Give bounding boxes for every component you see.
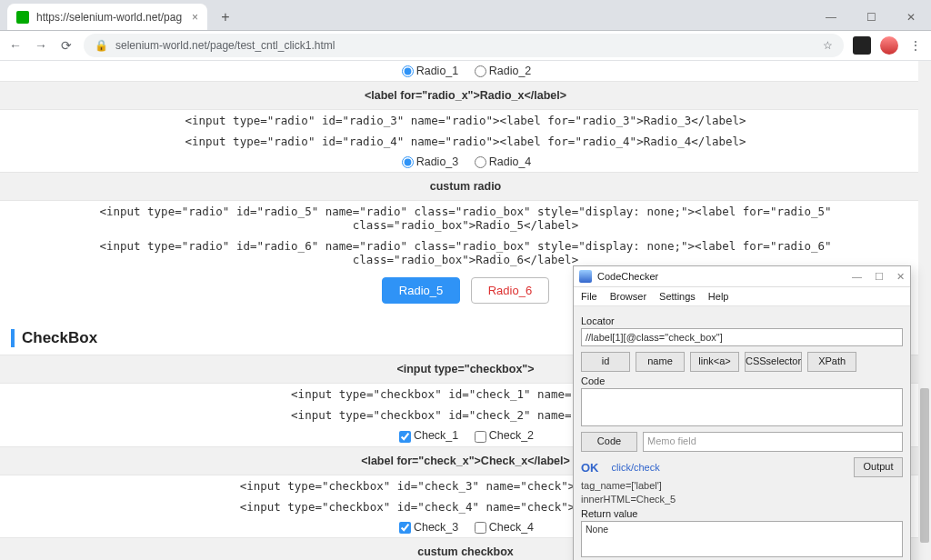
- popup-menubar: File Browser Settings Help: [574, 287, 910, 306]
- radio-1-label: Radio_1: [416, 65, 459, 77]
- accent-bar-icon: [11, 329, 15, 347]
- popup-close-icon[interactable]: ✕: [896, 271, 905, 283]
- btn-name[interactable]: name: [636, 352, 685, 372]
- window-minimize-icon[interactable]: —: [811, 5, 851, 30]
- memo-field[interactable]: Memo field: [643, 432, 903, 452]
- code-radio-3: <input type="radio" id="radio_3" name="r…: [0, 110, 931, 131]
- app-icon: [579, 270, 592, 283]
- check-2-label: Check_2: [489, 429, 534, 442]
- menu-browser[interactable]: Browser: [610, 291, 646, 302]
- code-radio-4: <input type="radio" id="radio_4" name="r…: [0, 131, 931, 152]
- section-title-text: CheckBox: [22, 329, 97, 347]
- popup-titlebar[interactable]: CodeChecker — ☐ ✕: [574, 266, 910, 287]
- section-custom-radio: custum radio: [0, 172, 931, 201]
- btn-code[interactable]: Code: [581, 432, 637, 452]
- reload-icon[interactable]: ⟳: [58, 38, 75, 53]
- code-radio-5: <input type="radio" id="radio_5" name="r…: [0, 201, 931, 235]
- favicon-icon: [16, 11, 29, 24]
- label-locator: Locator: [581, 315, 903, 326]
- check-3[interactable]: [399, 522, 411, 534]
- browser-tab-strip: https://selenium-world.net/pag × + — ☐ ✕: [0, 0, 931, 31]
- check-2[interactable]: [475, 431, 486, 443]
- menu-settings[interactable]: Settings: [659, 291, 696, 302]
- label-code: Code: [581, 375, 903, 386]
- extension-icon[interactable]: [853, 36, 871, 55]
- back-icon[interactable]: ←: [7, 38, 24, 53]
- status-action: click/check: [612, 462, 660, 473]
- radio-6-button[interactable]: Radio_6: [471, 277, 549, 304]
- window-maximize-icon[interactable]: ☐: [851, 5, 891, 30]
- star-icon[interactable]: ☆: [823, 39, 833, 52]
- url-text: selenium-world.net/page/test_cntl_click1…: [115, 39, 335, 52]
- check-3-label: Check_3: [414, 521, 458, 534]
- page-scrollbar[interactable]: [918, 61, 931, 560]
- radio-4-label: Radio_4: [489, 155, 532, 168]
- scroll-thumb[interactable]: [920, 388, 929, 543]
- radio-1[interactable]: [402, 65, 414, 77]
- result-innerhtml: innerHTML=Check_5: [581, 494, 903, 505]
- result-tagname: tag_name=['label']: [581, 480, 903, 491]
- check-4-label: Check_4: [489, 521, 534, 534]
- radio-3[interactable]: [402, 156, 414, 168]
- tab-title: https://selenium-world.net/pag: [36, 11, 182, 24]
- radio-5-button[interactable]: Radio_5: [382, 277, 460, 304]
- label-return: Return value: [581, 508, 903, 519]
- status-ok: OK: [581, 461, 599, 475]
- new-tab-button[interactable]: +: [213, 5, 238, 30]
- locator-input[interactable]: [581, 328, 903, 346]
- codechecker-window: CodeChecker — ☐ ✕ File Browser Settings …: [573, 265, 911, 560]
- return-value-area[interactable]: None: [581, 521, 903, 557]
- return-value-text: None: [586, 524, 608, 535]
- menu-help[interactable]: Help: [708, 291, 729, 302]
- btn-xpath[interactable]: XPath: [807, 352, 856, 372]
- browser-toolbar: ← → ⟳ 🔒 selenium-world.net/page/test_cnt…: [0, 31, 931, 61]
- window-close-icon[interactable]: ✕: [891, 5, 931, 30]
- radio-4[interactable]: [475, 156, 486, 168]
- popup-maximize-icon[interactable]: ☐: [875, 271, 884, 283]
- section-label-radio: <label for="radio_x">Radio_x</label>: [0, 81, 931, 110]
- address-bar[interactable]: 🔒 selenium-world.net/page/test_cntl_clic…: [84, 34, 844, 57]
- code-input[interactable]: [581, 388, 903, 426]
- popup-minimize-icon[interactable]: —: [852, 271, 862, 283]
- check-1-label: Check_1: [414, 429, 458, 442]
- check-1[interactable]: [399, 431, 411, 443]
- btn-output[interactable]: Output: [854, 457, 903, 477]
- btn-id[interactable]: id: [581, 352, 630, 372]
- radio-3-label: Radio_3: [416, 155, 459, 168]
- btn-css[interactable]: CSSselector: [745, 352, 802, 372]
- menu-file[interactable]: File: [581, 291, 597, 302]
- avatar-icon[interactable]: [880, 36, 898, 55]
- popup-title: CodeChecker: [597, 271, 658, 282]
- browser-tab[interactable]: https://selenium-world.net/pag ×: [7, 4, 207, 30]
- forward-icon[interactable]: →: [33, 38, 49, 53]
- btn-link[interactable]: link<a>: [690, 352, 739, 372]
- menu-icon[interactable]: ⋮: [907, 38, 924, 53]
- close-tab-icon[interactable]: ×: [192, 11, 198, 24]
- radio-2-label: Radio_2: [489, 65, 532, 77]
- lock-icon: 🔒: [95, 39, 108, 52]
- check-4[interactable]: [475, 522, 486, 534]
- radio-2[interactable]: [475, 65, 486, 77]
